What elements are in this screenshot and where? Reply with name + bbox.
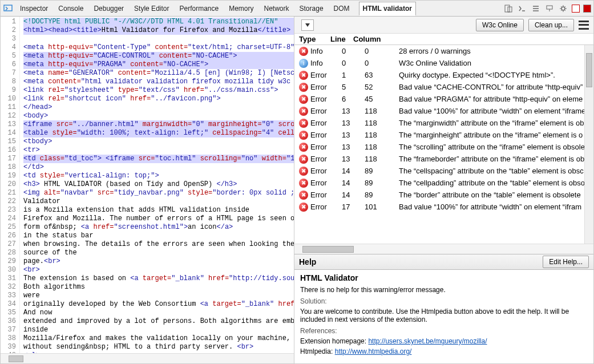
code-line[interactable]: form of&nbsp; <a href="screenshot.html">… — [23, 223, 294, 232]
cell-message: The “cellspacing” attribute on the “tabl… — [399, 167, 589, 175]
responsive-icon[interactable] — [503, 3, 514, 14]
code-line[interactable]: Both algorithms — [23, 283, 294, 292]
tab-dom[interactable]: DOM — [333, 2, 351, 15]
cell-line: 5 — [342, 83, 365, 91]
tab-network[interactable]: Network — [263, 2, 290, 15]
code-line[interactable]: when browsing. The details of the errors… — [23, 240, 294, 249]
code-line[interactable]: The extension is based on <a target="_bl… — [23, 274, 294, 283]
devtools-logo-icon[interactable] — [3, 3, 13, 14]
code-line[interactable]: </head> — [23, 103, 294, 112]
header-line[interactable]: Line — [330, 35, 353, 43]
result-row[interactable]: ✖Error17101Bad value “100%” for attribut… — [294, 201, 593, 213]
code-line[interactable]: <meta http-equiv="CACHE-CONTROL" content… — [23, 52, 294, 60]
validator-toolbar: W3c Online Clean up... — [294, 17, 593, 34]
edit-help-button[interactable]: Edit Help... — [543, 256, 589, 268]
code-line[interactable]: <tr> — [23, 146, 294, 155]
code-line[interactable]: is a Mozilla extension that adds HTML va… — [23, 206, 294, 215]
list-icon[interactable] — [531, 3, 541, 14]
header-column[interactable]: Column — [353, 35, 387, 43]
help-ref2: Htmlpedia: http://www.htmlpedia.org/ — [300, 347, 588, 355]
help-ref1-link[interactable]: http://users.skynet.be/mgueury/mozilla/ — [368, 337, 487, 345]
code-line[interactable]: <meta content="html validator validation… — [23, 78, 294, 86]
scrollbar-thumb[interactable] — [586, 53, 592, 87]
dock-side-icon[interactable] — [572, 5, 580, 13]
header-type[interactable]: Type — [299, 35, 330, 43]
code-line[interactable]: <td class="td_toc"> <iframe src="toc.htm… — [23, 155, 294, 163]
code-line[interactable]: without sending&nbsp; HTML to a third pa… — [23, 343, 294, 351]
close-devtools-icon[interactable] — [583, 5, 591, 13]
tab-console[interactable]: Console — [57, 2, 84, 15]
result-row[interactable]: ✖Error163Quirky doctype. Expected “<!DOC… — [294, 69, 593, 81]
code-line[interactable]: in the status bar — [23, 232, 294, 240]
filter-dropdown[interactable] — [301, 19, 314, 31]
scrollbar-thumb[interactable] — [302, 246, 354, 253]
code-line[interactable]: <tbody> — [23, 137, 294, 146]
result-row[interactable]: ✖Info0028 errors / 0 warnings — [294, 45, 593, 57]
code-line[interactable]: <h3> HTML VALIDATOR (based on Tidy and O… — [23, 180, 294, 189]
result-row[interactable]: ✖Error1489The “cellspacing” attribute on… — [294, 165, 593, 177]
cell-type: Error — [310, 71, 342, 79]
code-lines[interactable]: <!DOCTYPE html PUBLIC "-//W3C//DTD HTML … — [20, 17, 294, 353]
tab-memory[interactable]: Memory — [228, 2, 254, 15]
gear-icon[interactable] — [558, 3, 568, 14]
cleanup-button[interactable]: Clean up... — [528, 19, 574, 31]
tab-storage[interactable]: Storage — [298, 2, 325, 15]
code-line[interactable]: <!DOCTYPE html PUBLIC "-//W3C//DTD HTML … — [23, 18, 294, 26]
cell-line: 17 — [342, 203, 365, 211]
help-ref2-label: Htmlpedia: — [300, 347, 335, 355]
code-line[interactable]: <table style="width: 100%; text-align: l… — [23, 129, 294, 137]
result-row[interactable]: ✖Error13118The “marginwidth” attribute o… — [294, 117, 593, 129]
results-hscrollbar[interactable] — [294, 244, 593, 254]
result-row[interactable]: ✖Error1489The “cellpadding” attribute on… — [294, 177, 593, 189]
code-line[interactable]: <br> — [23, 266, 294, 274]
result-row[interactable]: iInfo00W3c Online Validation — [294, 57, 593, 69]
cell-line: 0 — [342, 59, 365, 67]
code-line[interactable]: Validator — [23, 197, 294, 206]
code-line[interactable]: <body> — [23, 112, 294, 120]
code-line[interactable]: page.<br> — [23, 257, 294, 266]
result-row[interactable]: ✖Error13118The “frameborder” attribute o… — [294, 153, 593, 165]
code-line[interactable]: <td style="vertical-align: top;"> — [23, 172, 294, 180]
scrollbar-thumb[interactable] — [9, 355, 23, 362]
console-split-icon[interactable] — [517, 3, 527, 14]
code-line[interactable]: source of the — [23, 249, 294, 257]
w3c-online-button[interactable]: W3c Online — [476, 19, 524, 31]
result-row[interactable]: ✖Error13118The “marginheight” attribute … — [294, 129, 593, 141]
code-line[interactable]: Mozilla/Firefox and makes the validation… — [23, 334, 294, 343]
code-line[interactable]: extended and improved by a lot of person… — [23, 317, 294, 326]
tab-inspector[interactable]: Inspector — [19, 2, 49, 15]
code-line[interactable]: Firefox and Mozilla. The number of error… — [23, 215, 294, 223]
tab-style-editor[interactable]: Style Editor — [133, 2, 170, 15]
code-line[interactable]: <meta name="GENERATOR" content="Mozilla/… — [23, 69, 294, 78]
result-row[interactable]: ✖Error552Bad value “CACHE-CONTROL” for a… — [294, 81, 593, 93]
cell-type: Info — [310, 47, 342, 55]
code-editor[interactable]: 1234567891011121314151617181920212223242… — [1, 17, 294, 353]
code-line[interactable]: <link rel="stylesheet" type="text/css" h… — [23, 86, 294, 95]
info-icon: i — [299, 59, 308, 68]
code-line[interactable]: <img alt="navbar" src="tidy_navbar.png" … — [23, 189, 294, 197]
code-line[interactable]: <meta http-equiv="Content-Type" content=… — [23, 43, 294, 52]
results-vscrollbar[interactable] — [584, 45, 593, 244]
tab-performance[interactable]: Performance — [178, 2, 220, 15]
code-line[interactable]: <link rel="shortcut icon" href="../favic… — [23, 95, 294, 103]
code-line[interactable] — [23, 35, 294, 43]
code-line[interactable]: inside — [23, 326, 294, 334]
result-row[interactable]: ✖Error13118The “scrolling” attribute on … — [294, 141, 593, 153]
menu-icon[interactable] — [579, 21, 589, 30]
cell-line: 13 — [342, 119, 365, 127]
source-hscrollbar[interactable] — [1, 353, 294, 363]
tab-debugger[interactable]: Debugger — [92, 2, 125, 15]
code-line[interactable]: <meta http-equiv="PRAGMA" content="NO-CA… — [23, 60, 294, 69]
code-line[interactable]: <iframe src="../banner.html" marginwidth… — [23, 120, 294, 129]
tab-html-validator[interactable]: HTML validator — [359, 2, 416, 16]
paint-icon[interactable] — [544, 3, 555, 14]
code-line[interactable]: originally developed by the Web Consorti… — [23, 300, 294, 309]
help-ref2-link[interactable]: http://www.htmlpedia.org/ — [335, 347, 412, 355]
result-row[interactable]: ✖Error645Bad value “PRAGMA” for attribut… — [294, 93, 593, 105]
code-line[interactable]: And now — [23, 309, 294, 317]
code-line[interactable]: </td> — [23, 163, 294, 172]
result-row[interactable]: ✖Error13118Bad value “100%” for attribut… — [294, 105, 593, 117]
result-row[interactable]: ✖Error1489The “border” attribute on the … — [294, 189, 593, 201]
code-line[interactable]: <html><head><title>Html Validator for Fi… — [23, 26, 294, 35]
code-line[interactable]: were — [23, 292, 294, 300]
